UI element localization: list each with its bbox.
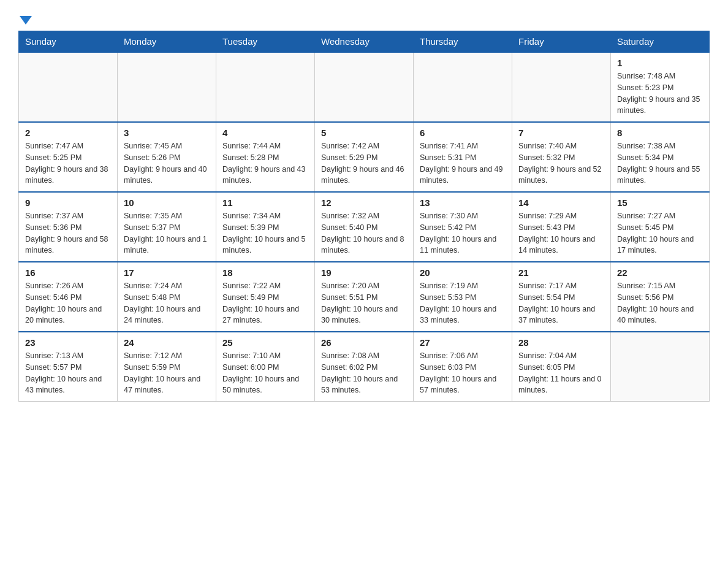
calendar-cell: 28Sunrise: 7:04 AM Sunset: 6:05 PM Dayli… [512, 332, 611, 402]
calendar-cell: 10Sunrise: 7:35 AM Sunset: 5:37 PM Dayli… [118, 192, 216, 262]
calendar-cell: 17Sunrise: 7:24 AM Sunset: 5:48 PM Dayli… [118, 262, 216, 332]
day-number: 15 [617, 197, 703, 208]
day-number: 24 [124, 337, 210, 348]
day-info: Sunrise: 7:42 AM Sunset: 5:29 PM Dayligh… [321, 140, 407, 186]
day-info: Sunrise: 7:10 AM Sunset: 6:00 PM Dayligh… [222, 350, 308, 396]
day-info: Sunrise: 7:17 AM Sunset: 5:54 PM Dayligh… [518, 280, 604, 326]
calendar-cell: 1Sunrise: 7:48 AM Sunset: 5:23 PM Daylig… [611, 52, 710, 122]
calendar-cell: 25Sunrise: 7:10 AM Sunset: 6:00 PM Dayli… [216, 332, 315, 402]
day-info: Sunrise: 7:04 AM Sunset: 6:05 PM Dayligh… [518, 350, 604, 396]
day-info: Sunrise: 7:45 AM Sunset: 5:26 PM Dayligh… [124, 140, 210, 186]
day-info: Sunrise: 7:47 AM Sunset: 5:25 PM Dayligh… [25, 140, 111, 186]
day-info: Sunrise: 7:40 AM Sunset: 5:32 PM Dayligh… [518, 140, 604, 186]
day-info: Sunrise: 7:24 AM Sunset: 5:48 PM Dayligh… [124, 280, 210, 326]
day-number: 10 [124, 197, 210, 208]
calendar-cell [216, 52, 315, 122]
day-info: Sunrise: 7:30 AM Sunset: 5:42 PM Dayligh… [420, 210, 506, 256]
day-number: 22 [617, 267, 703, 278]
calendar-cell [414, 52, 512, 122]
day-number: 5 [321, 128, 407, 138]
header [18, 12, 710, 25]
week-row-3: 9Sunrise: 7:37 AM Sunset: 5:36 PM Daylig… [19, 192, 710, 262]
calendar-cell: 16Sunrise: 7:26 AM Sunset: 5:46 PM Dayli… [19, 262, 118, 332]
calendar-cell: 14Sunrise: 7:29 AM Sunset: 5:43 PM Dayli… [512, 192, 611, 262]
day-number: 1 [617, 58, 703, 68]
day-info: Sunrise: 7:08 AM Sunset: 6:02 PM Dayligh… [321, 350, 407, 396]
logo-arrow-icon [20, 16, 32, 25]
week-row-2: 2Sunrise: 7:47 AM Sunset: 5:25 PM Daylig… [19, 122, 710, 192]
weekday-header-saturday: Saturday [611, 31, 710, 53]
calendar-cell: 24Sunrise: 7:12 AM Sunset: 5:59 PM Dayli… [118, 332, 216, 402]
calendar-cell: 20Sunrise: 7:19 AM Sunset: 5:53 PM Dayli… [414, 262, 512, 332]
day-number: 21 [518, 267, 604, 278]
day-info: Sunrise: 7:27 AM Sunset: 5:45 PM Dayligh… [617, 210, 703, 256]
calendar-cell: 22Sunrise: 7:15 AM Sunset: 5:56 PM Dayli… [611, 262, 710, 332]
day-number: 4 [222, 128, 308, 138]
calendar-cell: 11Sunrise: 7:34 AM Sunset: 5:39 PM Dayli… [216, 192, 315, 262]
calendar-cell: 27Sunrise: 7:06 AM Sunset: 6:03 PM Dayli… [414, 332, 512, 402]
week-row-1: 1Sunrise: 7:48 AM Sunset: 5:23 PM Daylig… [19, 52, 710, 122]
calendar-cell: 21Sunrise: 7:17 AM Sunset: 5:54 PM Dayli… [512, 262, 611, 332]
calendar-cell: 3Sunrise: 7:45 AM Sunset: 5:26 PM Daylig… [118, 122, 216, 192]
day-number: 8 [617, 128, 703, 138]
day-info: Sunrise: 7:19 AM Sunset: 5:53 PM Dayligh… [420, 280, 506, 326]
week-row-4: 16Sunrise: 7:26 AM Sunset: 5:46 PM Dayli… [19, 262, 710, 332]
weekday-header-tuesday: Tuesday [216, 31, 315, 53]
weekday-header-monday: Monday [118, 31, 216, 53]
day-info: Sunrise: 7:34 AM Sunset: 5:39 PM Dayligh… [222, 210, 308, 256]
day-info: Sunrise: 7:41 AM Sunset: 5:31 PM Dayligh… [420, 140, 506, 186]
calendar-cell: 4Sunrise: 7:44 AM Sunset: 5:28 PM Daylig… [216, 122, 315, 192]
calendar-cell [512, 52, 611, 122]
weekday-header-row: SundayMondayTuesdayWednesdayThursdayFrid… [19, 31, 710, 53]
calendar-cell [118, 52, 216, 122]
day-info: Sunrise: 7:37 AM Sunset: 5:36 PM Dayligh… [25, 210, 111, 256]
calendar-cell: 8Sunrise: 7:38 AM Sunset: 5:34 PM Daylig… [611, 122, 710, 192]
day-number: 13 [420, 197, 506, 208]
calendar-cell: 5Sunrise: 7:42 AM Sunset: 5:29 PM Daylig… [315, 122, 414, 192]
calendar-cell: 6Sunrise: 7:41 AM Sunset: 5:31 PM Daylig… [414, 122, 512, 192]
day-info: Sunrise: 7:20 AM Sunset: 5:51 PM Dayligh… [321, 280, 407, 326]
calendar-cell: 15Sunrise: 7:27 AM Sunset: 5:45 PM Dayli… [611, 192, 710, 262]
day-number: 14 [518, 197, 604, 208]
calendar-cell: 9Sunrise: 7:37 AM Sunset: 5:36 PM Daylig… [19, 192, 118, 262]
calendar-cell [315, 52, 414, 122]
day-info: Sunrise: 7:15 AM Sunset: 5:56 PM Dayligh… [617, 280, 703, 326]
day-number: 7 [518, 128, 604, 138]
day-number: 23 [25, 337, 111, 348]
day-number: 18 [222, 267, 308, 278]
calendar-cell: 13Sunrise: 7:30 AM Sunset: 5:42 PM Dayli… [414, 192, 512, 262]
day-number: 25 [222, 337, 308, 348]
calendar-cell [611, 332, 710, 402]
day-number: 3 [124, 128, 210, 138]
weekday-header-thursday: Thursday [414, 31, 512, 53]
calendar-cell: 23Sunrise: 7:13 AM Sunset: 5:57 PM Dayli… [19, 332, 118, 402]
weekday-header-wednesday: Wednesday [315, 31, 414, 53]
calendar-cell: 7Sunrise: 7:40 AM Sunset: 5:32 PM Daylig… [512, 122, 611, 192]
day-number: 9 [25, 197, 111, 208]
day-number: 19 [321, 267, 407, 278]
day-info: Sunrise: 7:12 AM Sunset: 5:59 PM Dayligh… [124, 350, 210, 396]
day-info: Sunrise: 7:32 AM Sunset: 5:40 PM Dayligh… [321, 210, 407, 256]
day-info: Sunrise: 7:13 AM Sunset: 5:57 PM Dayligh… [25, 350, 111, 396]
calendar-cell: 19Sunrise: 7:20 AM Sunset: 5:51 PM Dayli… [315, 262, 414, 332]
day-number: 12 [321, 197, 407, 208]
calendar-cell: 12Sunrise: 7:32 AM Sunset: 5:40 PM Dayli… [315, 192, 414, 262]
calendar-cell: 26Sunrise: 7:08 AM Sunset: 6:02 PM Dayli… [315, 332, 414, 402]
day-info: Sunrise: 7:06 AM Sunset: 6:03 PM Dayligh… [420, 350, 506, 396]
weekday-header-sunday: Sunday [19, 31, 118, 53]
day-number: 17 [124, 267, 210, 278]
day-number: 20 [420, 267, 506, 278]
calendar-cell [19, 52, 118, 122]
logo [18, 12, 32, 25]
day-number: 16 [25, 267, 111, 278]
calendar-cell: 2Sunrise: 7:47 AM Sunset: 5:25 PM Daylig… [19, 122, 118, 192]
calendar-cell: 18Sunrise: 7:22 AM Sunset: 5:49 PM Dayli… [216, 262, 315, 332]
day-number: 11 [222, 197, 308, 208]
day-number: 26 [321, 337, 407, 348]
day-info: Sunrise: 7:48 AM Sunset: 5:23 PM Dayligh… [617, 71, 703, 117]
day-number: 27 [420, 337, 506, 348]
day-number: 2 [25, 128, 111, 138]
day-number: 6 [420, 128, 506, 138]
day-info: Sunrise: 7:22 AM Sunset: 5:49 PM Dayligh… [222, 280, 308, 326]
day-info: Sunrise: 7:29 AM Sunset: 5:43 PM Dayligh… [518, 210, 604, 256]
